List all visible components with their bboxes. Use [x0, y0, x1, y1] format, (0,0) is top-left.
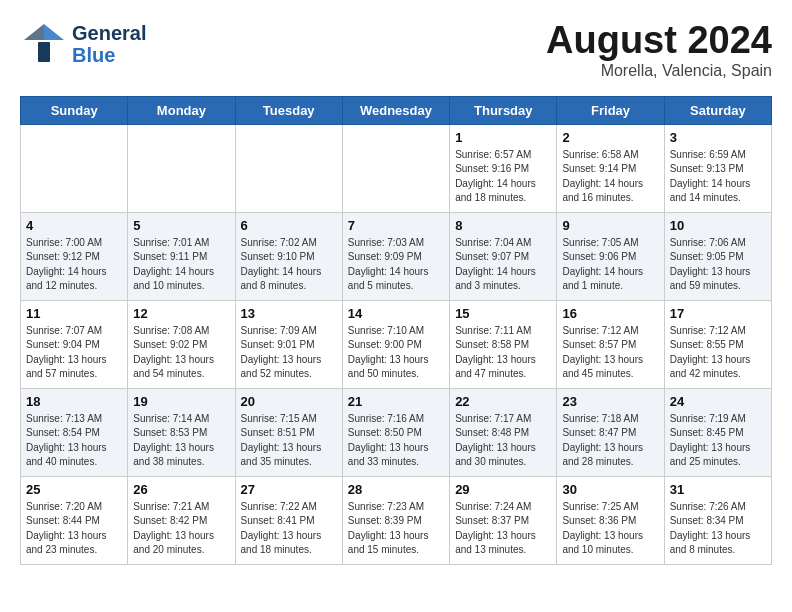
col-sunday: Sunday	[21, 96, 128, 124]
calendar-cell: 19Sunrise: 7:14 AM Sunset: 8:53 PM Dayli…	[128, 388, 235, 476]
calendar-cell: 21Sunrise: 7:16 AM Sunset: 8:50 PM Dayli…	[342, 388, 449, 476]
calendar-cell: 5Sunrise: 7:01 AM Sunset: 9:11 PM Daylig…	[128, 212, 235, 300]
calendar-table: Sunday Monday Tuesday Wednesday Thursday…	[20, 96, 772, 565]
day-info: Sunrise: 7:06 AM Sunset: 9:05 PM Dayligh…	[670, 236, 766, 294]
calendar-cell: 20Sunrise: 7:15 AM Sunset: 8:51 PM Dayli…	[235, 388, 342, 476]
day-number: 17	[670, 306, 766, 321]
day-info: Sunrise: 7:02 AM Sunset: 9:10 PM Dayligh…	[241, 236, 337, 294]
calendar-week-5: 25Sunrise: 7:20 AM Sunset: 8:44 PM Dayli…	[21, 476, 772, 564]
day-info: Sunrise: 7:25 AM Sunset: 8:36 PM Dayligh…	[562, 500, 658, 558]
day-info: Sunrise: 7:20 AM Sunset: 8:44 PM Dayligh…	[26, 500, 122, 558]
day-info: Sunrise: 7:04 AM Sunset: 9:07 PM Dayligh…	[455, 236, 551, 294]
svg-rect-2	[38, 42, 50, 62]
calendar-week-4: 18Sunrise: 7:13 AM Sunset: 8:54 PM Dayli…	[21, 388, 772, 476]
calendar-cell: 9Sunrise: 7:05 AM Sunset: 9:06 PM Daylig…	[557, 212, 664, 300]
calendar-cell	[342, 124, 449, 212]
col-friday: Friday	[557, 96, 664, 124]
day-info: Sunrise: 6:59 AM Sunset: 9:13 PM Dayligh…	[670, 148, 766, 206]
calendar-cell: 22Sunrise: 7:17 AM Sunset: 8:48 PM Dayli…	[450, 388, 557, 476]
day-number: 10	[670, 218, 766, 233]
day-number: 9	[562, 218, 658, 233]
calendar-week-1: 1Sunrise: 6:57 AM Sunset: 9:16 PM Daylig…	[21, 124, 772, 212]
calendar-cell: 11Sunrise: 7:07 AM Sunset: 9:04 PM Dayli…	[21, 300, 128, 388]
day-info: Sunrise: 7:19 AM Sunset: 8:45 PM Dayligh…	[670, 412, 766, 470]
calendar-cell: 6Sunrise: 7:02 AM Sunset: 9:10 PM Daylig…	[235, 212, 342, 300]
calendar-cell: 16Sunrise: 7:12 AM Sunset: 8:57 PM Dayli…	[557, 300, 664, 388]
day-info: Sunrise: 7:09 AM Sunset: 9:01 PM Dayligh…	[241, 324, 337, 382]
calendar-cell: 13Sunrise: 7:09 AM Sunset: 9:01 PM Dayli…	[235, 300, 342, 388]
day-number: 19	[133, 394, 229, 409]
day-number: 20	[241, 394, 337, 409]
day-info: Sunrise: 7:24 AM Sunset: 8:37 PM Dayligh…	[455, 500, 551, 558]
day-info: Sunrise: 7:26 AM Sunset: 8:34 PM Dayligh…	[670, 500, 766, 558]
col-monday: Monday	[128, 96, 235, 124]
day-info: Sunrise: 7:18 AM Sunset: 8:47 PM Dayligh…	[562, 412, 658, 470]
day-number: 25	[26, 482, 122, 497]
day-info: Sunrise: 7:12 AM Sunset: 8:57 PM Dayligh…	[562, 324, 658, 382]
title-block: August 2024 Morella, Valencia, Spain	[546, 20, 772, 80]
day-info: Sunrise: 6:57 AM Sunset: 9:16 PM Dayligh…	[455, 148, 551, 206]
day-info: Sunrise: 7:17 AM Sunset: 8:48 PM Dayligh…	[455, 412, 551, 470]
calendar-cell: 30Sunrise: 7:25 AM Sunset: 8:36 PM Dayli…	[557, 476, 664, 564]
day-number: 16	[562, 306, 658, 321]
calendar-cell	[235, 124, 342, 212]
calendar-cell: 31Sunrise: 7:26 AM Sunset: 8:34 PM Dayli…	[664, 476, 771, 564]
day-info: Sunrise: 7:01 AM Sunset: 9:11 PM Dayligh…	[133, 236, 229, 294]
day-number: 5	[133, 218, 229, 233]
svg-marker-0	[44, 24, 64, 40]
calendar-cell: 24Sunrise: 7:19 AM Sunset: 8:45 PM Dayli…	[664, 388, 771, 476]
logo-text: GeneralBlue	[72, 22, 146, 66]
day-number: 24	[670, 394, 766, 409]
calendar-cell: 27Sunrise: 7:22 AM Sunset: 8:41 PM Dayli…	[235, 476, 342, 564]
calendar-cell	[128, 124, 235, 212]
calendar-cell: 14Sunrise: 7:10 AM Sunset: 9:00 PM Dayli…	[342, 300, 449, 388]
day-info: Sunrise: 7:14 AM Sunset: 8:53 PM Dayligh…	[133, 412, 229, 470]
day-number: 8	[455, 218, 551, 233]
day-number: 14	[348, 306, 444, 321]
day-number: 22	[455, 394, 551, 409]
calendar-cell: 2Sunrise: 6:58 AM Sunset: 9:14 PM Daylig…	[557, 124, 664, 212]
day-info: Sunrise: 7:13 AM Sunset: 8:54 PM Dayligh…	[26, 412, 122, 470]
day-info: Sunrise: 7:12 AM Sunset: 8:55 PM Dayligh…	[670, 324, 766, 382]
day-number: 7	[348, 218, 444, 233]
calendar-header: Sunday Monday Tuesday Wednesday Thursday…	[21, 96, 772, 124]
day-number: 6	[241, 218, 337, 233]
calendar-cell: 18Sunrise: 7:13 AM Sunset: 8:54 PM Dayli…	[21, 388, 128, 476]
day-number: 26	[133, 482, 229, 497]
day-number: 31	[670, 482, 766, 497]
day-number: 28	[348, 482, 444, 497]
calendar-cell: 23Sunrise: 7:18 AM Sunset: 8:47 PM Dayli…	[557, 388, 664, 476]
day-number: 12	[133, 306, 229, 321]
location: Morella, Valencia, Spain	[546, 62, 772, 80]
logo-icon	[20, 20, 68, 68]
calendar-cell: 3Sunrise: 6:59 AM Sunset: 9:13 PM Daylig…	[664, 124, 771, 212]
day-info: Sunrise: 7:15 AM Sunset: 8:51 PM Dayligh…	[241, 412, 337, 470]
calendar-week-3: 11Sunrise: 7:07 AM Sunset: 9:04 PM Dayli…	[21, 300, 772, 388]
calendar-cell: 26Sunrise: 7:21 AM Sunset: 8:42 PM Dayli…	[128, 476, 235, 564]
calendar-cell: 10Sunrise: 7:06 AM Sunset: 9:05 PM Dayli…	[664, 212, 771, 300]
day-number: 23	[562, 394, 658, 409]
day-number: 1	[455, 130, 551, 145]
calendar-cell: 29Sunrise: 7:24 AM Sunset: 8:37 PM Dayli…	[450, 476, 557, 564]
calendar-cell: 12Sunrise: 7:08 AM Sunset: 9:02 PM Dayli…	[128, 300, 235, 388]
day-info: Sunrise: 7:21 AM Sunset: 8:42 PM Dayligh…	[133, 500, 229, 558]
day-number: 13	[241, 306, 337, 321]
day-info: Sunrise: 7:08 AM Sunset: 9:02 PM Dayligh…	[133, 324, 229, 382]
calendar-cell: 8Sunrise: 7:04 AM Sunset: 9:07 PM Daylig…	[450, 212, 557, 300]
calendar-week-2: 4Sunrise: 7:00 AM Sunset: 9:12 PM Daylig…	[21, 212, 772, 300]
day-info: Sunrise: 7:07 AM Sunset: 9:04 PM Dayligh…	[26, 324, 122, 382]
header-row: Sunday Monday Tuesday Wednesday Thursday…	[21, 96, 772, 124]
logo: GeneralBlue	[20, 20, 146, 68]
calendar-cell: 7Sunrise: 7:03 AM Sunset: 9:09 PM Daylig…	[342, 212, 449, 300]
day-info: Sunrise: 7:16 AM Sunset: 8:50 PM Dayligh…	[348, 412, 444, 470]
day-number: 30	[562, 482, 658, 497]
calendar-cell: 15Sunrise: 7:11 AM Sunset: 8:58 PM Dayli…	[450, 300, 557, 388]
col-saturday: Saturday	[664, 96, 771, 124]
day-number: 11	[26, 306, 122, 321]
col-wednesday: Wednesday	[342, 96, 449, 124]
day-number: 4	[26, 218, 122, 233]
calendar-cell	[21, 124, 128, 212]
day-number: 2	[562, 130, 658, 145]
day-info: Sunrise: 7:10 AM Sunset: 9:00 PM Dayligh…	[348, 324, 444, 382]
calendar-cell: 28Sunrise: 7:23 AM Sunset: 8:39 PM Dayli…	[342, 476, 449, 564]
